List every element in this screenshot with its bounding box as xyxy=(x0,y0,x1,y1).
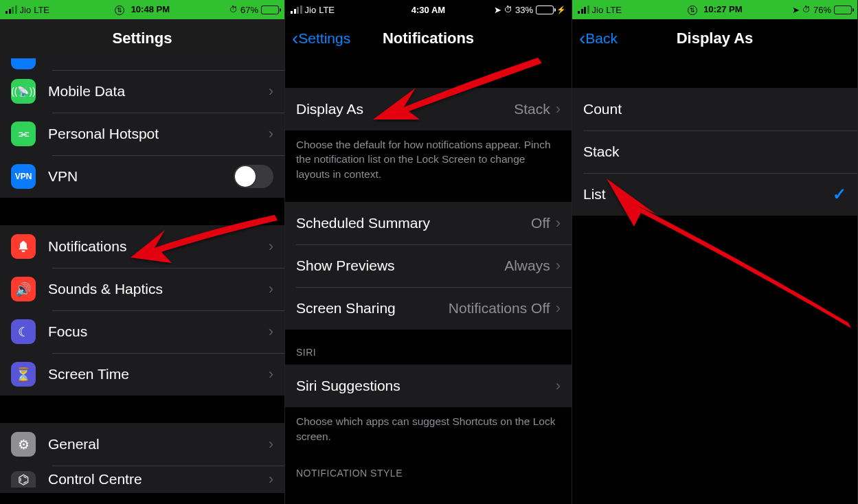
vpn-toggle[interactable] xyxy=(234,165,273,188)
chevron-right-icon: › xyxy=(269,280,273,298)
network-label: LTE xyxy=(319,5,335,15)
general-label: General xyxy=(48,436,269,453)
show-previews-value: Always xyxy=(504,257,550,274)
scheduled-summary-row[interactable]: Scheduled Summary Off › xyxy=(285,202,572,244)
chevron-left-icon: ‹ xyxy=(579,29,585,48)
sounds-haptics-row[interactable]: 🔊 Sounds & Haptics › xyxy=(0,268,284,310)
back-button[interactable]: ‹ Back xyxy=(579,29,618,48)
nav-header: ‹ Back Display As xyxy=(572,19,857,58)
stack-option-label: Stack xyxy=(583,144,846,160)
cellular-signal-icon xyxy=(578,5,589,14)
notifications-label: Notifications xyxy=(48,238,269,255)
display-as-value: Stack xyxy=(514,101,550,117)
clock-time: 10:48 PM xyxy=(131,4,170,14)
antenna-icon: ((📡)) xyxy=(11,79,36,104)
battery-percent: 67% xyxy=(240,5,258,15)
page-title: Display As xyxy=(677,30,754,47)
nav-header: Settings xyxy=(0,19,284,58)
gear-icon: ⚙ xyxy=(11,432,36,457)
carrier-label: Jio xyxy=(592,5,604,15)
status-bar: Jio LTE 10:48 PM ⏱ 67% xyxy=(0,0,284,19)
focus-label: Focus xyxy=(48,323,269,340)
back-label: Settings xyxy=(298,30,350,47)
control-centre-row[interactable]: ⌬ Control Centre › xyxy=(0,466,284,493)
unknown-icon xyxy=(11,58,36,69)
mobile-data-label: Mobile Data xyxy=(48,83,269,100)
clock-time: 4:30 AM xyxy=(411,5,445,15)
chevron-right-icon: › xyxy=(556,299,561,317)
nav-header: ‹ Settings Notifications xyxy=(285,19,572,58)
alarm-icon: ⏱ xyxy=(504,5,512,14)
cellular-signal-icon xyxy=(291,5,302,14)
screen-time-row[interactable]: ⏳ Screen Time › xyxy=(0,353,284,396)
vpn-icon: VPN xyxy=(11,164,36,189)
battery-icon xyxy=(834,5,852,14)
chevron-right-icon: › xyxy=(269,238,273,255)
row-cut-top xyxy=(0,58,284,70)
page-title: Settings xyxy=(113,30,172,47)
general-row[interactable]: ⚙ General › xyxy=(0,423,284,466)
status-bar: Jio LTE 10:27 PM ➤ ⏱ 76% xyxy=(572,0,857,19)
carrier-label: Jio xyxy=(305,5,317,15)
chevron-right-icon: › xyxy=(269,125,273,143)
battery-percent: 33% xyxy=(515,5,533,15)
hotspot-indicator-icon xyxy=(688,5,697,15)
list-option-row[interactable]: List ✓ xyxy=(572,173,857,216)
display-as-label: Display As xyxy=(296,101,514,117)
battery-icon xyxy=(536,5,554,14)
network-label: LTE xyxy=(606,5,622,15)
siri-footer: Choose which apps can suggest Shortcuts … xyxy=(285,407,572,450)
count-option-label: Count xyxy=(583,101,846,117)
personal-hotspot-label: Personal Hotspot xyxy=(48,126,269,142)
carrier-label: Jio xyxy=(20,5,32,15)
alarm-icon: ⏱ xyxy=(229,5,238,14)
chevron-left-icon: ‹ xyxy=(292,29,298,48)
siri-header: SIRI xyxy=(285,330,572,365)
chevron-right-icon: › xyxy=(556,257,561,275)
status-bar: Jio LTE 4:30 AM ➤ ⏱ 33% ⚡ xyxy=(285,0,572,19)
notification-style-header: NOTIFICATION STYLE xyxy=(285,450,572,480)
chevron-right-icon: › xyxy=(269,435,273,453)
notifications-row[interactable]: Notifications › xyxy=(0,225,284,268)
focus-row[interactable]: ☾ Focus › xyxy=(0,310,284,353)
display-as-footer: Choose the default for how notifications… xyxy=(285,130,572,188)
vpn-row[interactable]: VPN VPN xyxy=(0,155,284,198)
personal-hotspot-row[interactable]: ⫘ Personal Hotspot › xyxy=(0,113,284,155)
page-title: Notifications xyxy=(383,30,474,47)
scheduled-summary-label: Scheduled Summary xyxy=(296,215,531,231)
screen-sharing-row[interactable]: Screen Sharing Notifications Off › xyxy=(285,287,572,330)
siri-suggestions-row[interactable]: Siri Suggestions › xyxy=(285,365,572,407)
display-as-row[interactable]: Display As Stack › xyxy=(285,88,572,130)
battery-percent: 76% xyxy=(813,5,831,15)
hotspot-indicator-icon xyxy=(115,5,124,15)
list-option-label: List xyxy=(583,186,833,203)
show-previews-row[interactable]: Show Previews Always › xyxy=(285,244,572,287)
charging-icon: ⚡ xyxy=(556,5,566,14)
sounds-haptics-label: Sounds & Haptics xyxy=(48,281,269,297)
back-button[interactable]: ‹ Settings xyxy=(292,29,350,48)
scheduled-summary-value: Off xyxy=(531,215,550,231)
control-centre-label: Control Centre xyxy=(48,471,269,488)
chevron-right-icon: › xyxy=(269,82,273,100)
chevron-right-icon: › xyxy=(269,365,273,383)
stack-option-row[interactable]: Stack xyxy=(572,130,857,173)
clock-time: 10:27 PM xyxy=(703,4,742,14)
chevron-right-icon: › xyxy=(269,323,273,341)
chevron-right-icon: › xyxy=(269,470,273,488)
speaker-icon: 🔊 xyxy=(11,277,36,301)
network-label: LTE xyxy=(34,5,49,15)
bell-icon xyxy=(11,234,36,259)
moon-icon: ☾ xyxy=(11,319,36,344)
count-option-row[interactable]: Count xyxy=(572,88,857,130)
siri-suggestions-label: Siri Suggestions xyxy=(296,378,556,394)
location-icon: ➤ xyxy=(494,5,501,15)
switches-icon: ⌬ xyxy=(11,471,36,488)
mobile-data-row[interactable]: ((📡)) Mobile Data › xyxy=(0,70,284,113)
checkmark-icon: ✓ xyxy=(833,185,846,204)
vpn-label: VPN xyxy=(48,168,234,185)
chevron-right-icon: › xyxy=(556,100,561,118)
battery-icon xyxy=(261,5,279,14)
alarm-icon: ⏱ xyxy=(802,5,811,14)
chevron-right-icon: › xyxy=(556,214,561,232)
location-icon: ➤ xyxy=(792,5,800,15)
